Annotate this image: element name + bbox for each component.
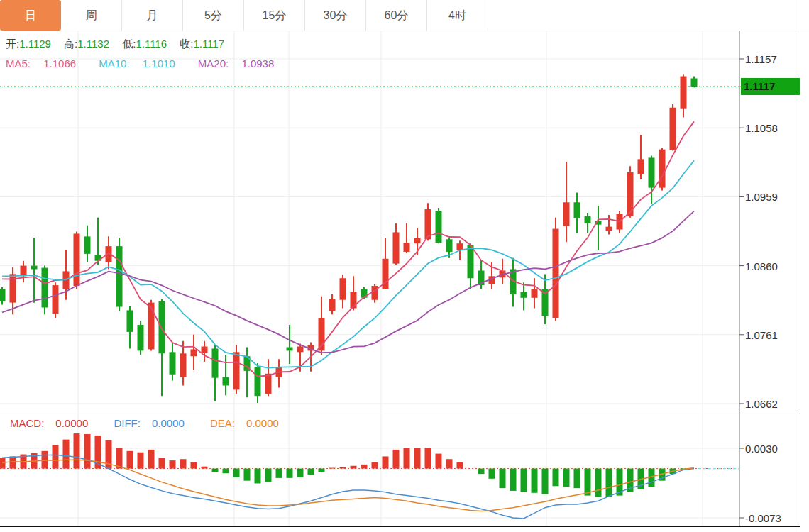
macd-readout: MACD:0.0000 DIFF:0.0000 DEA:0.0000 (10, 417, 302, 429)
low-label: 低: (122, 38, 136, 50)
price-axis-tick: 1.0761 (745, 329, 778, 341)
ma20-label: MA20: 1.0938 (198, 57, 284, 70)
high-label: 高: (64, 38, 77, 50)
price-axis-tick: 1.0860 (745, 260, 778, 272)
ma10-value: 1.1010 (143, 57, 175, 70)
macd-label: MACD:0.0000 (10, 417, 99, 429)
diff-label: DIFF:0.0000 (114, 417, 195, 429)
trading-chart-app: { "tabs": { "items": [ {"label":"日","act… (0, 0, 809, 532)
ma-readout: MA5: 1.1066 MA10: 1.1010 MA20: 1.0938 (6, 57, 294, 70)
ma10-label: MA10: 1.1010 (99, 57, 185, 70)
macd-value: 0.0000 (55, 417, 88, 429)
dea-value: 0.0000 (246, 417, 279, 429)
ohlc-readout: 开:1.1129 高:1.1132 低:1.1116 收:1.1117 (6, 38, 234, 51)
open-label: 开: (6, 38, 19, 50)
last-price-badge: 1.1117 (741, 78, 800, 95)
price-axis-tick: 1.0959 (745, 191, 778, 203)
macd-pane (0, 433, 739, 519)
candlestick-chart-canvas[interactable] (0, 0, 809, 532)
candles (0, 75, 698, 403)
ma5-value: 1.1066 (43, 57, 76, 70)
low-value: 1.1116 (136, 38, 167, 50)
high-value: 1.1132 (77, 38, 109, 50)
close-value: 1.1117 (193, 38, 224, 50)
price-axis-tick: 1.1058 (745, 122, 778, 134)
macd-axis-tick: 0.0030 (745, 443, 778, 455)
close-label: 收: (180, 38, 193, 50)
diff-value: 0.0000 (152, 417, 185, 429)
dea-label: DEA:0.0000 (210, 417, 290, 429)
price-axis-tick: 1.1157 (745, 53, 777, 65)
ma5-label: MA5: 1.1066 (6, 57, 86, 70)
macd-axis-tick: -0.0073 (745, 512, 781, 524)
ma20-value: 1.0938 (241, 57, 274, 70)
panel-right-border (800, 0, 800, 532)
open-value: 1.1129 (19, 38, 51, 50)
price-axis-tick: 1.0662 (745, 398, 778, 410)
